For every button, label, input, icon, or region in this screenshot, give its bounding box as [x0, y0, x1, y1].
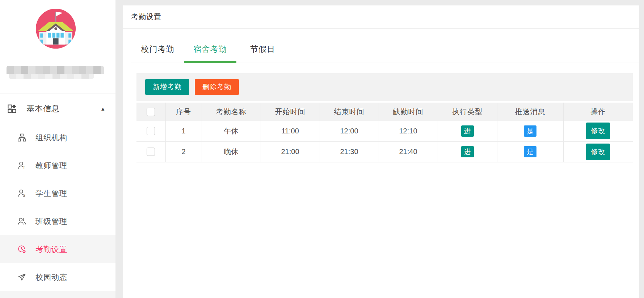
column-header-exec-type: 执行类型 [438, 103, 497, 121]
attendance-tabbar: 校门考勤 宿舍考勤 节假日 [131, 36, 639, 62]
column-header-push: 推送消息 [497, 103, 563, 121]
page-title: 考勤设置 [131, 12, 161, 22]
push-cell: 是 [497, 141, 563, 162]
collapse-arrow-icon: ▲ [100, 106, 105, 112]
end-time-cell: 21:30 [320, 141, 379, 162]
seq-cell: 1 [165, 121, 202, 141]
attendance-table: 序号 考勤名称 开始时间 结束时间 缺勤时间 执行类型 推送消息 操作 1 午 [136, 103, 633, 162]
column-header-seq: 序号 [165, 103, 202, 121]
table-header-row: 序号 考勤名称 开始时间 结束时间 缺勤时间 执行类型 推送消息 操作 [136, 103, 633, 121]
column-header-start: 开始时间 [261, 103, 320, 121]
blurred-school-name [7, 66, 104, 79]
sidebar-item-label: 校园动态 [35, 272, 67, 282]
exec-type-cell: 进 [438, 121, 497, 141]
delete-attendance-button[interactable]: 删除考勤 [195, 79, 239, 95]
sidebar-section-basic-info[interactable]: 基本信息 ▲ [0, 94, 115, 124]
table-toolbar: 新增考勤 删除考勤 [136, 73, 633, 101]
select-all-cell [136, 103, 165, 121]
sidebar-item-label: 考勤设置 [35, 244, 67, 254]
sidebar-section-label: 基本信息 [26, 103, 60, 114]
sidebar-item-classes[interactable]: 班级管理 [0, 207, 115, 235]
sidebar-item-campus-news[interactable]: 校园动态 [0, 263, 115, 291]
absent-time-cell: 21:40 [379, 141, 438, 162]
exec-type-badge: 进 [461, 146, 474, 157]
absent-time-cell: 12:10 [379, 121, 438, 141]
start-time-cell: 11:00 [261, 121, 320, 141]
row-select-cell [136, 121, 165, 141]
content-card: 考勤设置 校门考勤 宿舍考勤 节假日 新增考勤 删除考勤 [123, 5, 639, 298]
content-header: 考勤设置 [123, 5, 639, 29]
column-header-absent: 缺勤时间 [379, 103, 438, 121]
edit-button[interactable]: 修改 [586, 144, 610, 160]
sidebar-item-students[interactable]: S 学生管理 [0, 179, 115, 207]
sidebar-item-organization[interactable]: 组织机构 [0, 124, 115, 152]
row-checkbox[interactable] [147, 127, 155, 135]
tab-dormitory[interactable]: 宿舍考勤 [184, 36, 236, 62]
sidebar-item-label: 教师管理 [35, 161, 67, 171]
name-cell: 午休 [202, 121, 261, 141]
sidebar: 基本信息 ▲ 组织机构 T 教师管理 [0, 0, 115, 298]
start-time-cell: 21:00 [261, 141, 320, 162]
exec-type-cell: 进 [438, 141, 497, 162]
class-group-icon [17, 217, 26, 226]
sitemap-icon [17, 133, 26, 142]
push-badge: 是 [524, 146, 536, 157]
table-row: 2 晚休 21:00 21:30 21:40 进 是 修改 [136, 141, 633, 162]
school-logo-avatar [35, 8, 76, 49]
seq-cell: 2 [165, 141, 202, 162]
end-time-cell: 12:00 [320, 121, 379, 141]
sidebar-item-teachers[interactable]: T 教师管理 [0, 152, 115, 179]
action-cell: 修改 [563, 141, 633, 162]
column-header-actions: 操作 [563, 103, 633, 121]
sidebar-item-attendance-settings[interactable]: 考勤设置 [0, 235, 115, 263]
select-all-checkbox[interactable] [147, 108, 155, 116]
exec-type-badge: 进 [461, 125, 474, 137]
attendance-table-section: 新增考勤 删除考勤 序号 考勤名称 开始时间 结束时间 缺勤时间 [136, 73, 633, 162]
add-attendance-button[interactable]: 新增考勤 [145, 79, 189, 95]
sidebar-menu: 基本信息 ▲ 组织机构 T 教师管理 [0, 94, 115, 291]
paper-plane-icon [17, 273, 26, 282]
attendance-clock-icon [17, 245, 26, 254]
action-cell: 修改 [563, 121, 633, 141]
row-select-cell [136, 141, 165, 162]
sidebar-item-label: 学生管理 [35, 189, 67, 199]
sidebar-item-label: 组织机构 [35, 133, 67, 143]
column-header-name: 考勤名称 [202, 103, 261, 121]
sidebar-next-item-partial [0, 291, 115, 298]
column-header-end: 结束时间 [320, 103, 379, 121]
row-checkbox[interactable] [147, 148, 155, 156]
tab-school-gate[interactable]: 校门考勤 [131, 36, 184, 62]
sidebar-item-label: 班级管理 [35, 216, 67, 227]
tab-holidays[interactable]: 节假日 [236, 36, 289, 62]
svg-text:T: T [23, 166, 25, 170]
page: 基本信息 ▲ 组织机构 T 教师管理 [0, 0, 644, 298]
student-icon: S [17, 189, 26, 198]
school-building-icon [35, 8, 76, 49]
name-cell: 晚休 [202, 141, 261, 162]
svg-text:S: S [23, 194, 25, 198]
edit-button[interactable]: 修改 [586, 123, 610, 139]
teacher-icon: T [17, 161, 26, 170]
push-cell: 是 [497, 121, 563, 141]
grid-icon [7, 104, 17, 114]
push-badge: 是 [524, 125, 536, 137]
table-row: 1 午休 11:00 12:00 12:10 进 是 修改 [136, 121, 633, 141]
